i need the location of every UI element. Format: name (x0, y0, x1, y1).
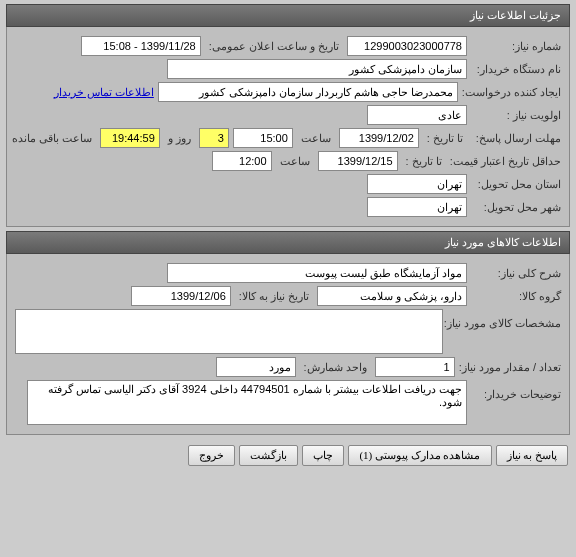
need-details-panel: جزئیات اطلاعات نیاز شماره نیاز: تاریخ و … (6, 4, 570, 227)
goods-info-panel: اطلاعات کالاهای مورد نیاز شرح کلی نیاز: … (6, 231, 570, 435)
deadline-label: مهلت ارسال پاسخ: (471, 132, 561, 145)
qty-input[interactable] (375, 357, 455, 377)
creator-input[interactable] (158, 82, 458, 102)
deadline-time-input[interactable] (233, 128, 293, 148)
time-label-2: ساعت (276, 155, 314, 168)
back-button[interactable]: بازگشت (239, 445, 298, 466)
city-input[interactable] (367, 197, 467, 217)
province-input[interactable] (367, 174, 467, 194)
notes-label: توضیحات خریدار: (471, 380, 561, 401)
deadline-date-input[interactable] (339, 128, 419, 148)
panel1-body: شماره نیاز: تاریخ و ساعت اعلان عمومی: نا… (6, 27, 570, 227)
validity-time-input[interactable] (212, 151, 272, 171)
exit-button[interactable]: خروج (188, 445, 235, 466)
qty-label: تعداد / مقدار مورد نیاز: (459, 361, 561, 374)
unit-label: واحد شمارش: (300, 361, 371, 374)
need-date-input[interactable] (131, 286, 231, 306)
buyer-label: نام دستگاه خریدار: (471, 63, 561, 76)
notes-textarea[interactable] (27, 380, 467, 425)
contact-link[interactable]: اطلاعات تماس خریدار (54, 86, 154, 99)
priority-label: اولویت نیاز : (471, 109, 561, 122)
group-label: گروه کالا: (471, 290, 561, 303)
buyer-input[interactable] (167, 59, 467, 79)
countdown-input[interactable] (100, 128, 160, 148)
creator-label: ایجاد کننده درخواست: (462, 86, 561, 99)
days-label: روز و (164, 132, 195, 145)
spec-textarea[interactable] (15, 309, 443, 354)
niaz-no-label: شماره نیاز: (471, 40, 561, 53)
announce-label: تاریخ و ساعت اعلان عمومی: (205, 40, 343, 53)
panel1-title: جزئیات اطلاعات نیاز (6, 4, 570, 27)
validity-date-input[interactable] (318, 151, 398, 171)
reply-button[interactable]: پاسخ به نیاز (496, 445, 569, 466)
time-label-1: ساعت (297, 132, 335, 145)
city-label: شهر محل تحویل: (471, 201, 561, 214)
until-label-2: تا تاریخ : (402, 155, 446, 168)
spec-label: مشخصات کالای مورد نیاز: (447, 309, 561, 330)
panel2-body: شرح کلی نیاز: گروه کالا: تاریخ نیاز به ک… (6, 254, 570, 435)
province-label: استان محل تحویل: (471, 178, 561, 191)
days-input[interactable] (199, 128, 229, 148)
attachments-button[interactable]: مشاهده مدارک پیوستی (1) (348, 445, 491, 466)
validity-label: حداقل تاریخ اعتبار قیمت: (450, 155, 561, 168)
announce-date-input[interactable] (81, 36, 201, 56)
niaz-no-input[interactable] (347, 36, 467, 56)
remain-label: ساعت باقی مانده (8, 132, 96, 145)
panel2-title: اطلاعات کالاهای مورد نیاز (6, 231, 570, 254)
button-bar: پاسخ به نیاز مشاهده مدارک پیوستی (1) چاپ… (0, 439, 576, 472)
group-input[interactable] (317, 286, 467, 306)
desc-label: شرح کلی نیاز: (471, 267, 561, 280)
until-label: تا تاریخ : (423, 132, 467, 145)
print-button[interactable]: چاپ (302, 445, 344, 466)
unit-input[interactable] (216, 357, 296, 377)
desc-input[interactable] (167, 263, 467, 283)
need-date-label: تاریخ نیاز به کالا: (235, 290, 313, 303)
priority-input[interactable] (367, 105, 467, 125)
